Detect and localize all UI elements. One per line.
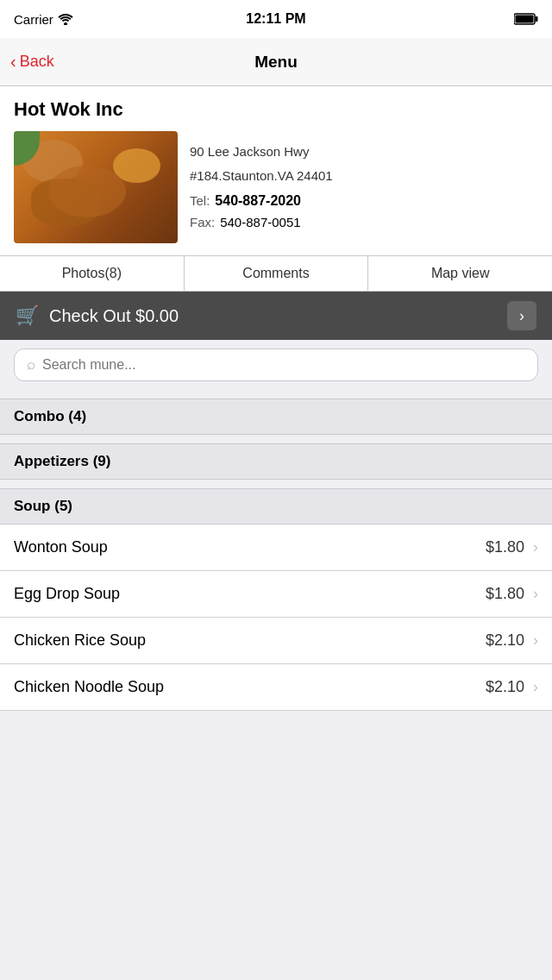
- menu-item-chevron-icon: ›: [533, 678, 538, 696]
- checkout-bar[interactable]: 🛒 Check Out $0.00 ›: [0, 292, 552, 340]
- menu-item-price: $1.80: [486, 538, 524, 556]
- category-combo[interactable]: Combo (4): [0, 399, 552, 435]
- back-button[interactable]: ‹ Back: [10, 52, 54, 72]
- menu-item-name: Chicken Noodle Soup: [14, 678, 486, 696]
- menu-item-price: $2.10: [486, 631, 524, 650]
- restaurant-address1: 90 Lee Jackson Hwy: [190, 141, 333, 162]
- menu-item-chevron-icon: ›: [533, 585, 538, 603]
- restaurant-info: 90 Lee Jackson Hwy #184.Staunton.VA 2440…: [190, 131, 333, 243]
- menu-item-price: $2.10: [486, 678, 524, 696]
- search-section: ⌕: [0, 340, 552, 390]
- carrier-text: Carrier: [14, 12, 73, 27]
- menu-item-name: Egg Drop Soup: [14, 585, 486, 603]
- tab-photos[interactable]: Photos(8): [0, 256, 185, 291]
- fax-number: 540-887-0051: [220, 212, 300, 233]
- menu-item-chicken-noodle-soup[interactable]: Chicken Noodle Soup $2.10 ›: [0, 664, 552, 711]
- menu-item-egg-drop-soup[interactable]: Egg Drop Soup $1.80 ›: [0, 571, 552, 618]
- back-label: Back: [20, 53, 54, 71]
- page-title: Menu: [254, 53, 298, 72]
- tab-map-view[interactable]: Map view: [368, 256, 552, 291]
- carrier-label: Carrier: [14, 12, 53, 27]
- menu-item-price: $1.80: [486, 585, 524, 603]
- category-appetizers-label: Appetizers (9): [14, 453, 110, 469]
- checkout-chevron-button[interactable]: ›: [507, 301, 536, 330]
- menu-item-chevron-icon: ›: [533, 631, 538, 650]
- svg-point-0: [64, 22, 67, 25]
- restaurant-section: Hot Wok Inc 90 Lee Jackson Hwy #184.Stau…: [0, 86, 552, 256]
- food-green-accent: [14, 131, 40, 166]
- category-combo-label: Combo (4): [14, 408, 86, 424]
- search-icon: ⌕: [27, 356, 35, 374]
- restaurant-image: [14, 131, 178, 243]
- cart-icon: 🛒: [16, 305, 39, 327]
- nav-bar: ‹ Back Menu: [0, 38, 552, 86]
- search-wrap: ⌕: [14, 349, 538, 381]
- status-bar: Carrier 12:11 PM: [0, 0, 552, 38]
- restaurant-details: 90 Lee Jackson Hwy #184.Staunton.VA 2440…: [14, 131, 538, 243]
- tab-bar: Photos(8) Comments Map view: [0, 256, 552, 292]
- menu-item-name: Wonton Soup: [14, 538, 486, 556]
- back-chevron-icon: ‹: [10, 52, 16, 72]
- menu-item-wonton-soup[interactable]: Wonton Soup $1.80 ›: [0, 525, 552, 571]
- wifi-icon: [58, 13, 73, 25]
- svg-rect-2: [536, 16, 538, 22]
- tel-number: 540-887-2020: [215, 190, 301, 212]
- battery-indicator: [514, 13, 538, 25]
- menu-list: Combo (4) Appetizers (9) Soup (5) Wonton…: [0, 399, 552, 711]
- restaurant-address2: #184.Staunton.VA 24401: [190, 166, 333, 186]
- menu-item-chicken-rice-soup[interactable]: Chicken Rice Soup $2.10 ›: [0, 618, 552, 664]
- category-soup-label: Soup (5): [14, 498, 72, 514]
- tab-comments[interactable]: Comments: [185, 256, 369, 291]
- menu-item-name: Chicken Rice Soup: [14, 631, 486, 650]
- food-accent1: [113, 148, 160, 183]
- search-input[interactable]: [42, 357, 525, 373]
- restaurant-tel-row: Tel: 540-887-2020: [190, 190, 333, 212]
- status-time: 12:11 PM: [246, 11, 305, 27]
- checkout-label: Check Out $0.00: [49, 306, 507, 326]
- food-accent2: [31, 179, 100, 226]
- category-appetizers[interactable]: Appetizers (9): [0, 443, 552, 480]
- battery-icon: [514, 13, 538, 25]
- restaurant-name: Hot Wok Inc: [14, 98, 538, 121]
- restaurant-fax-row: Fax: 540-887-0051: [190, 212, 333, 233]
- svg-rect-3: [516, 16, 534, 23]
- menu-item-chevron-icon: ›: [533, 538, 538, 556]
- fax-label: Fax:: [190, 212, 215, 233]
- tel-label: Tel:: [190, 191, 210, 211]
- category-soup[interactable]: Soup (5): [0, 488, 552, 525]
